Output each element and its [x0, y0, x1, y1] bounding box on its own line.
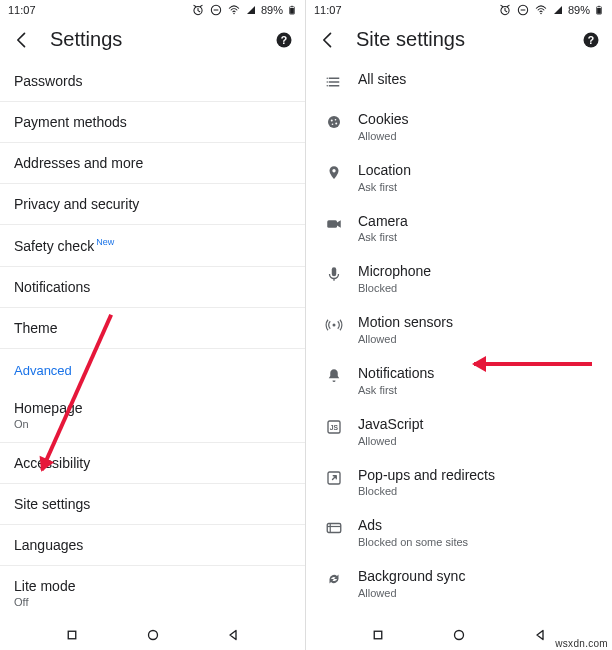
ads-icon [320, 517, 348, 537]
row-sub: Allowed [358, 130, 409, 142]
row-label: Notifications [14, 279, 90, 295]
recents-button[interactable] [369, 626, 387, 644]
alarm-icon [498, 3, 512, 17]
site-row-notifications[interactable]: NotificationsAsk first [306, 355, 612, 406]
settings-screen: 11:07 89% Settings PasswordsPayment meth… [0, 0, 306, 650]
row-label: Homepage [14, 400, 83, 416]
row-sub: Allowed [358, 435, 423, 447]
new-pill: New [96, 237, 114, 247]
js-icon [320, 416, 348, 436]
row-label: Addresses and more [14, 155, 143, 171]
settings-row-accessibility[interactable]: Accessibility [0, 443, 305, 484]
site-row-cookies[interactable]: CookiesAllowed [306, 101, 612, 152]
row-label: Accessibility [14, 455, 90, 471]
row-label: Pop-ups and redirects [358, 467, 495, 484]
row-sub: Off [14, 596, 291, 608]
row-label: Location [358, 162, 411, 179]
sensors-icon [320, 314, 348, 334]
back-button[interactable] [12, 30, 32, 50]
mic-icon [320, 263, 348, 283]
camera-icon [320, 213, 348, 233]
row-label: Languages [14, 537, 83, 553]
page-title: Settings [50, 28, 122, 51]
help-button[interactable] [275, 31, 293, 49]
row-label: Passwords [14, 73, 82, 89]
row-label: Ads [358, 517, 468, 534]
row-label: Background sync [358, 568, 465, 585]
row-label: Microphone [358, 263, 431, 280]
settings-row-addresses-and-more[interactable]: Addresses and more [0, 143, 305, 184]
status-time: 11:07 [314, 4, 342, 16]
row-label: Privacy and security [14, 196, 139, 212]
battery-text: 89% [261, 4, 283, 16]
site-row-javascript[interactable]: JavaScriptAllowed [306, 406, 612, 457]
settings-row-site-settings[interactable]: Site settings [0, 484, 305, 525]
dnd-icon [209, 3, 223, 17]
settings-row-lite-mode[interactable]: Lite modeOff [0, 566, 305, 620]
wifi-icon [534, 3, 548, 17]
battery-icon [287, 3, 297, 17]
advanced-section[interactable]: Advanced [0, 349, 305, 388]
site-row-background-sync[interactable]: Background syncAllowed [306, 558, 612, 609]
site-row-motion-sensors[interactable]: Motion sensorsAllowed [306, 304, 612, 355]
alarm-icon [191, 3, 205, 17]
row-label: Theme [14, 320, 58, 336]
site-row-location[interactable]: LocationAsk first [306, 152, 612, 203]
home-button[interactable] [144, 626, 162, 644]
nav-back-button[interactable] [531, 626, 549, 644]
site-row-ads[interactable]: AdsBlocked on some sites [306, 507, 612, 558]
page-title: Site settings [356, 28, 465, 51]
signal-icon [245, 4, 257, 16]
nav-bar [0, 620, 305, 650]
help-button[interactable] [582, 31, 600, 49]
recents-button[interactable] [63, 626, 81, 644]
row-label: Cookies [358, 111, 409, 128]
status-time: 11:07 [8, 4, 36, 16]
app-bar: Settings [0, 20, 305, 61]
settings-row-privacy-and-security[interactable]: Privacy and security [0, 184, 305, 225]
row-sub: Ask first [358, 231, 408, 243]
status-bar: 11:07 89% [306, 0, 612, 20]
settings-row-safety-check[interactable]: Safety checkNew [0, 225, 305, 267]
site-settings-list: All sitesCookiesAllowedLocationAsk first… [306, 61, 612, 620]
battery-icon [594, 3, 604, 17]
row-sub: Ask first [358, 384, 434, 396]
row-label: Site settings [14, 496, 90, 512]
row-label: Lite mode [14, 578, 75, 594]
row-sub: Blocked on some sites [358, 536, 468, 548]
row-label: JavaScript [358, 416, 423, 433]
list-icon [320, 71, 348, 91]
site-row-pop-ups-and-redirects[interactable]: Pop-ups and redirectsBlocked [306, 457, 612, 508]
row-label: Camera [358, 213, 408, 230]
settings-row-homepage[interactable]: HomepageOn [0, 388, 305, 443]
dnd-icon [516, 3, 530, 17]
row-label: Motion sensors [358, 314, 453, 331]
pin-icon [320, 162, 348, 182]
row-sub: Blocked [358, 282, 431, 294]
cookie-icon [320, 111, 348, 131]
settings-row-notifications[interactable]: Notifications [0, 267, 305, 308]
sync-icon [320, 568, 348, 588]
battery-text: 89% [568, 4, 590, 16]
settings-list: PasswordsPayment methodsAddresses and mo… [0, 61, 305, 620]
row-label: Notifications [358, 365, 434, 382]
row-label: Payment methods [14, 114, 127, 130]
bell-icon [320, 365, 348, 385]
open-icon [320, 467, 348, 487]
site-row-microphone[interactable]: MicrophoneBlocked [306, 253, 612, 304]
watermark: wsxdn.com [555, 638, 608, 649]
site-row-camera[interactable]: CameraAsk first [306, 203, 612, 254]
back-button[interactable] [318, 30, 338, 50]
row-sub: Ask first [358, 181, 411, 193]
settings-row-theme[interactable]: Theme [0, 308, 305, 349]
row-label: All sites [358, 71, 406, 88]
site-row-all-sites[interactable]: All sites [306, 61, 612, 101]
settings-row-passwords[interactable]: Passwords [0, 61, 305, 102]
settings-row-languages[interactable]: Languages [0, 525, 305, 566]
home-button[interactable] [450, 626, 468, 644]
settings-row-payment-methods[interactable]: Payment methods [0, 102, 305, 143]
row-sub: Allowed [358, 587, 465, 599]
site-row-automatic-downloads[interactable]: Automatic downloadsAsk first [306, 609, 612, 620]
row-sub: Blocked [358, 485, 495, 497]
nav-back-button[interactable] [224, 626, 242, 644]
